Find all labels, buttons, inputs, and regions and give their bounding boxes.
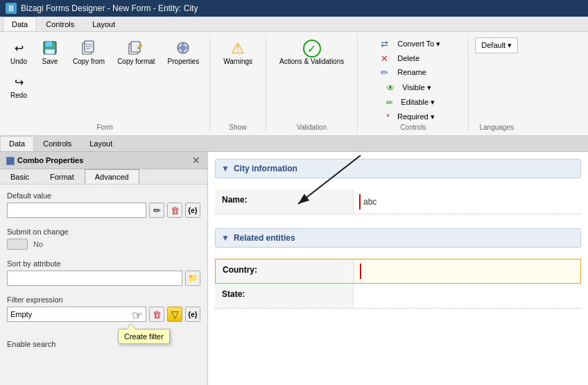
- submit-on-change-toggle[interactable]: [7, 239, 28, 250]
- panel-tab-controls[interactable]: Controls: [34, 136, 80, 151]
- related-entities-title: Related entities: [234, 233, 295, 243]
- save-button[interactable]: Save: [35, 36, 65, 69]
- combo-sub-tab-format[interactable]: Format: [40, 169, 85, 184]
- svg-rect-1: [46, 42, 52, 46]
- title-bar: B Bizagi Forms Designer - New Form - Ent…: [0, 0, 588, 17]
- ribbon-group-controls: ⇄ Convert To ▾ ✕ Delete ✏ Rename 👁 Visib…: [358, 35, 469, 132]
- actions-label: Actions & Validations: [279, 58, 344, 65]
- check-icon: ✓: [303, 40, 321, 58]
- properties-button[interactable]: Properties: [163, 36, 205, 69]
- copy-from-label: Copy from: [73, 58, 105, 65]
- redo-label: Redo: [10, 92, 27, 99]
- related-entities-section-header: ▼ Related entities: [215, 228, 581, 248]
- app-icon: B: [6, 3, 17, 14]
- properties-icon: [175, 40, 191, 56]
- default-button[interactable]: Default ▾: [475, 37, 518, 53]
- copy-format-button[interactable]: Copy format: [112, 36, 159, 69]
- undo-button[interactable]: ↩ Undo: [6, 36, 32, 69]
- related-entities-collapse-icon[interactable]: ▼: [221, 233, 230, 243]
- svg-point-17: [186, 46, 189, 49]
- default-value-group: Default value ✏ 🗑 {e}: [7, 191, 200, 218]
- copy-format-icon: [128, 40, 144, 56]
- copy-from-button[interactable]: Copy from: [68, 36, 110, 69]
- form-group-label: Form: [96, 123, 112, 132]
- properties-label: Properties: [168, 58, 200, 65]
- submit-on-change-row: No: [7, 239, 200, 250]
- name-value: abc: [363, 197, 377, 207]
- name-cursor: [359, 194, 361, 209]
- combo-sub-tab-basic[interactable]: Basic: [0, 169, 40, 184]
- create-filter-tooltip: Create filter: [118, 329, 170, 344]
- svg-rect-3: [46, 50, 53, 53]
- ribbon-tab-layout[interactable]: Layout: [83, 17, 124, 31]
- country-cursor: [360, 264, 361, 279]
- submit-on-change-label: Submit on change: [7, 228, 200, 236]
- panel-tabs-bar: Data Controls Layout: [0, 136, 588, 152]
- combo-sub-tabs: Basic Format Advanced: [0, 169, 207, 185]
- default-value-expr-button[interactable]: {e}: [185, 203, 200, 218]
- warning-icon: ⚠: [231, 40, 245, 58]
- warnings-label: Warnings: [223, 58, 252, 65]
- sort-by-attribute-group: Sort by attribute 📁: [7, 259, 200, 286]
- copy-from-icon: [80, 40, 97, 56]
- validation-group-label: Validation: [297, 123, 327, 132]
- default-value-edit-button[interactable]: ✏: [149, 203, 164, 218]
- filter-expression-label: Filter expression: [7, 296, 200, 304]
- editable-button[interactable]: Editable ▾: [396, 96, 440, 109]
- actions-button[interactable]: ✓ Actions & Validations: [272, 36, 352, 69]
- filter-expression-filter-button[interactable]: ▽: [167, 307, 182, 322]
- combo-header: ▦ Combo Properties ✕: [0, 152, 207, 169]
- svg-point-15: [182, 51, 184, 53]
- name-row: Name: abc: [215, 189, 581, 214]
- convert-to-button[interactable]: Convert To ▾: [392, 37, 445, 51]
- default-value-delete-button[interactable]: 🗑: [167, 203, 182, 218]
- city-info-collapse-icon[interactable]: ▼: [221, 164, 230, 173]
- redo-button[interactable]: ↪ Redo: [6, 70, 32, 103]
- undo-icon: ↩: [10, 40, 27, 56]
- svg-point-14: [182, 42, 184, 45]
- city-info-content: Name: abc: [215, 185, 581, 221]
- visible-button[interactable]: Visible ▾: [397, 81, 435, 94]
- ribbon-tab-bar: Data Controls Layout: [0, 17, 588, 32]
- sort-by-attribute-input[interactable]: [7, 271, 182, 286]
- ribbon-tab-data[interactable]: Data: [3, 17, 37, 31]
- ribbon: Data Controls Layout ↩ Undo ↪ Redo: [0, 17, 588, 136]
- sort-by-attribute-browse-button[interactable]: 📁: [185, 271, 200, 286]
- filter-icon: ▽: [171, 309, 179, 320]
- ribbon-group-languages: Default ▾ Languages: [469, 35, 524, 132]
- filter-expression-input[interactable]: [7, 307, 146, 322]
- required-button[interactable]: Required ▾: [392, 110, 440, 123]
- delete-button[interactable]: Delete: [392, 52, 424, 65]
- default-value-input[interactable]: [7, 203, 146, 218]
- ribbon-group-show: ⚠ Warnings Show: [210, 35, 266, 132]
- combo-header-left: ▦ Combo Properties: [6, 155, 83, 166]
- panel-tab-data[interactable]: Data: [0, 136, 34, 151]
- combo-body: Default value ✏ 🗑 {e} Submit on change N…: [0, 185, 207, 385]
- filter-expression-expr-button[interactable]: {e}: [185, 307, 200, 322]
- left-panel: ▦ Combo Properties ✕ Basic Format Advanc…: [0, 152, 208, 385]
- panel-tab-layout[interactable]: Layout: [80, 136, 121, 151]
- filter-expression-row: 🗑 ▽ {e}: [7, 307, 200, 322]
- submit-on-change-value: No: [33, 240, 43, 248]
- show-group-label: Show: [230, 123, 247, 132]
- languages-group-label: Languages: [480, 123, 514, 132]
- copy-format-label: Copy format: [117, 58, 155, 65]
- state-value-cell: [354, 284, 581, 308]
- undo-label: Undo: [10, 58, 27, 65]
- filter-expression-group: Filter expression 🗑 ▽ {e}: [7, 296, 200, 322]
- ribbon-tab-controls[interactable]: Controls: [37, 17, 83, 31]
- warnings-button[interactable]: ⚠ Warnings: [216, 36, 260, 69]
- tooltip-text: Create filter: [124, 332, 164, 341]
- rename-button[interactable]: Rename: [392, 66, 431, 78]
- country-value-cell: [354, 259, 580, 283]
- state-label: State:: [215, 284, 354, 308]
- combo-sub-tab-advanced[interactable]: Advanced: [85, 169, 139, 184]
- filter-expression-delete-button[interactable]: 🗑: [149, 307, 164, 322]
- submit-on-change-group: Submit on change No: [7, 228, 200, 250]
- form-buttons: ↩ Undo ↪ Redo Save: [6, 35, 204, 123]
- combo-close-button[interactable]: ✕: [191, 155, 202, 166]
- combo-icon: ▦: [6, 155, 15, 166]
- svg-point-13: [180, 45, 186, 51]
- main-layout: ▦ Combo Properties ✕ Basic Format Advanc…: [0, 152, 588, 385]
- ribbon-group-form: ↩ Undo ↪ Redo Save: [0, 35, 210, 132]
